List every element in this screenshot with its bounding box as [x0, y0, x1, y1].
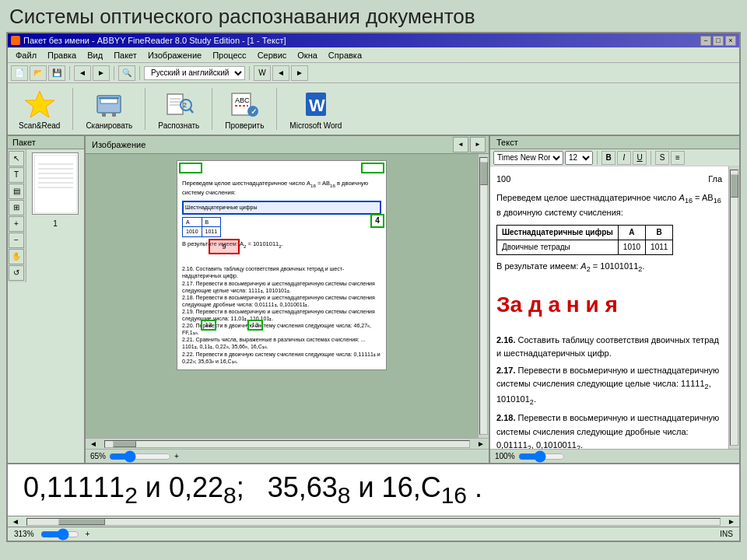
vscrollbar-right[interactable]	[728, 166, 739, 449]
image-area[interactable]: Переведем целое шестнадцатеричное число …	[86, 154, 478, 438]
toolbar-btn-save[interactable]: 💾	[48, 65, 65, 81]
panel-left-inner: ↖ T ▤ ⊞ + − ✋ ↺	[8, 149, 84, 282]
toolbar-row2: Scan&Read Сканировать	[8, 83, 739, 136]
minimize-button[interactable]: −	[700, 36, 711, 46]
ocr-box-1	[179, 163, 202, 173]
main-content: Пакет ↖ T ▤ ⊞ + − ✋ ↺	[8, 136, 739, 463]
svg-text:W: W	[309, 96, 325, 115]
menu-image[interactable]: Изображение	[143, 50, 206, 61]
menu-package[interactable]: Пакет	[109, 50, 142, 61]
panel-left: Пакет ↖ T ▤ ⊞ + − ✋ ↺	[8, 136, 86, 463]
scan-label: Сканировать	[86, 121, 132, 130]
ocr-box-2	[361, 163, 384, 173]
font-size-dropdown[interactable]: 12	[565, 151, 593, 165]
text-table: Шестнадцатеричные цифры A B Двоичные тет…	[496, 225, 673, 255]
title-bar-controls: − □ ×	[700, 36, 736, 46]
menu-view[interactable]: Вид	[82, 50, 107, 61]
panel-left-content: 1	[26, 149, 84, 282]
hscroll-track-middle[interactable]	[104, 440, 470, 448]
tool-sep-2	[145, 88, 146, 130]
verify-button[interactable]: ABC ✓ Проверить	[220, 87, 268, 131]
menu-edit[interactable]: Правка	[43, 50, 81, 61]
text-table-h2: A	[618, 226, 645, 240]
toolbar-btn-forward[interactable]: ►	[93, 65, 110, 81]
recognize-icon: 2	[163, 89, 195, 120]
middle-btn-1[interactable]: ◄	[453, 137, 468, 152]
word-button[interactable]: W Microsoft Word	[285, 87, 346, 131]
panel-tool-image[interactable]: ▤	[9, 184, 24, 199]
hscroll-bottom-left[interactable]: ◄	[8, 517, 23, 526]
zoom-slider-right[interactable]	[518, 452, 565, 461]
panel-tool-text[interactable]: T	[9, 167, 24, 183]
toolbar-sep-3	[139, 66, 140, 80]
scan-read-button[interactable]: Scan&Read	[14, 87, 65, 131]
text-area[interactable]: 100 Гла Переведем целое шестнадцатерично…	[490, 166, 728, 449]
language-dropdown[interactable]: Русский и английский	[144, 66, 245, 80]
hscrollbar-middle[interactable]: ◄ ►	[86, 438, 489, 449]
bold-button[interactable]: B	[601, 151, 615, 165]
panel-tool-rotate[interactable]: ↺	[9, 265, 24, 281]
status-zoom-slider[interactable]	[40, 530, 79, 538]
panel-tool-cursor[interactable]: ↖	[9, 151, 24, 166]
toolbar-row1: 📄 📂 💾 ◄ ► 🔍 Русский и английский W ◄ ►	[8, 63, 739, 83]
scan-button[interactable]: Сканировать	[81, 87, 137, 131]
text-toolbar: Times New Roman 12 B I U S ≡	[490, 149, 739, 166]
toolbar-btn-back[interactable]: ◄	[74, 65, 91, 81]
toolbar-btn-open[interactable]: 📂	[30, 65, 47, 81]
text-header-row: 100 Гла	[496, 173, 722, 187]
toolbar-btn-word[interactable]: W	[254, 65, 271, 81]
italic-button[interactable]: I	[617, 151, 631, 165]
font-family-dropdown[interactable]: Times New Roman	[493, 151, 563, 165]
hscrollbar-bottom[interactable]: ◄ ►	[8, 516, 739, 527]
close-button[interactable]: ×	[725, 36, 736, 46]
middle-btn-2[interactable]: ►	[470, 137, 486, 152]
toolbar-sep-4	[249, 66, 250, 80]
text-table-r1c2: 1010	[618, 240, 645, 255]
panel-tool-table[interactable]: ⊞	[9, 200, 24, 215]
underline-button[interactable]: U	[633, 151, 647, 165]
toolbar-sep-1	[69, 66, 70, 80]
panel-tool-hand[interactable]: ✋	[9, 249, 24, 264]
menu-process[interactable]: Процесс	[208, 50, 251, 61]
hscroll-thumb-middle[interactable]	[113, 441, 136, 447]
hscroll-bottom-right[interactable]: ►	[724, 517, 739, 526]
ocr-box-b2: 13	[247, 320, 263, 331]
vscrollbar-middle[interactable]	[478, 154, 489, 438]
panel-tool-zoom-out[interactable]: −	[9, 233, 24, 248]
scan-read-label: Scan&Read	[19, 121, 60, 130]
tool-sep-3	[212, 88, 212, 130]
menu-service[interactable]: Сервис	[253, 50, 292, 61]
toolbar-btn-next[interactable]: ►	[291, 65, 308, 81]
text-result: В результате имеем: A2 = 101010112.	[496, 260, 722, 275]
doc-para-1: Переведем целое шестнадцатеричное число …	[182, 180, 381, 198]
toolbar-btn-prev[interactable]: ◄	[272, 65, 289, 81]
text-panel-body: 100 Гла Переведем целое шестнадцатерично…	[490, 166, 739, 449]
word-label: Microsoft Word	[289, 121, 342, 130]
recognize-button[interactable]: 2 Распознать	[153, 87, 204, 131]
hscroll-right-btn[interactable]: ►	[473, 439, 489, 448]
vscroll-thumb-right[interactable]	[731, 174, 738, 198]
maximize-button[interactable]: □	[713, 36, 724, 46]
toolbar-btn-new[interactable]: 📄	[11, 65, 28, 81]
toolbar-btn-zoom[interactable]: 🔍	[118, 65, 135, 81]
zoom-slider-middle[interactable]	[109, 452, 171, 461]
strikethrough-button[interactable]: S	[655, 151, 669, 165]
align-left-button[interactable]: ≡	[671, 151, 685, 165]
zoom-plus-middle[interactable]: +	[174, 452, 179, 460]
page-thumbnail[interactable]	[32, 152, 79, 215]
hscroll-left-btn[interactable]: ◄	[86, 439, 101, 448]
menu-file[interactable]: Файл	[11, 50, 41, 61]
panel-tool-zoom-in[interactable]: +	[9, 216, 24, 232]
task-218: 2.18. Перевести в восьмеричную и шестнад…	[496, 411, 722, 449]
menu-windows[interactable]: Окна	[293, 50, 322, 61]
svg-rect-2	[100, 99, 117, 103]
menu-help[interactable]: Справка	[324, 50, 366, 61]
scan-read-icon	[24, 89, 55, 120]
vscroll-track-right[interactable]	[730, 170, 738, 446]
status-plus[interactable]: +	[86, 530, 90, 538]
vscroll-track-middle[interactable]	[479, 157, 488, 435]
hscroll-thumb-bottom[interactable]	[58, 519, 105, 525]
hscroll-track-bottom[interactable]	[26, 518, 721, 526]
vscroll-thumb-middle[interactable]	[480, 162, 488, 185]
recognize-label: Распознать	[158, 121, 199, 130]
